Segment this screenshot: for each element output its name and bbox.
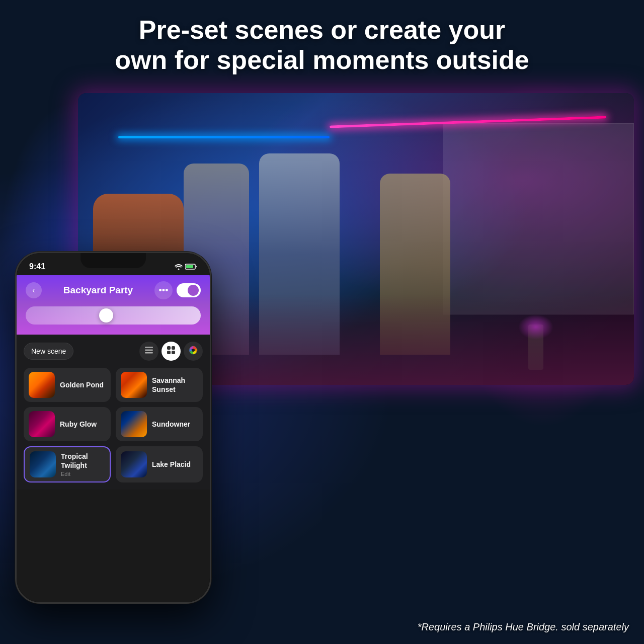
phone-screen: 9:41: [17, 253, 210, 602]
headline: Pre-set scenes or create your own for sp…: [0, 15, 644, 75]
svg-rect-8: [167, 351, 171, 354]
scene-label-wrap-tropical-twilight: Tropical TwilightEdit: [61, 452, 105, 477]
header-nav: ‹ Backyard Party •••: [26, 281, 201, 299]
scene-item-tropical-twilight[interactable]: Tropical TwilightEdit: [24, 446, 111, 482]
svg-rect-3: [145, 347, 153, 348]
svg-rect-7: [172, 346, 175, 350]
list-view-button[interactable]: [139, 342, 158, 361]
header-title: Backyard Party: [42, 285, 154, 296]
palette-view-button[interactable]: [162, 342, 181, 361]
scene-name-tropical-twilight: Tropical Twilight: [61, 452, 88, 469]
scene-name-lake-placid: Lake Placid: [152, 460, 191, 468]
svg-rect-4: [145, 350, 153, 351]
house-structure: [443, 123, 634, 314]
svg-point-0: [178, 268, 180, 270]
svg-rect-6: [167, 346, 171, 350]
phone-notch: [80, 253, 146, 268]
scene-label-wrap-lake-placid: Lake Placid: [152, 460, 191, 469]
svg-rect-2: [186, 265, 193, 268]
back-icon: ‹: [32, 286, 35, 295]
color-wheel-icon: [189, 346, 198, 357]
scene-thumb-golden-pond: [29, 372, 55, 398]
list-icon: [145, 347, 153, 356]
scene-list-area: New scene: [17, 335, 210, 490]
disclaimer-text: *Requires a Philips Hue Bridge. sold sep…: [418, 621, 629, 632]
svg-rect-5: [145, 352, 153, 354]
scene-label-wrap-sundowner: Sundowner: [152, 420, 190, 429]
color-wheel-button[interactable]: [184, 342, 203, 361]
scene-item-sundowner[interactable]: Sundowner: [116, 407, 203, 441]
scene-label-wrap-golden-pond: Golden Pond: [60, 380, 104, 389]
scene-thumb-ruby-glow: [29, 411, 55, 437]
scene-sublabel-tropical-twilight: Edit: [61, 471, 105, 477]
scene-label-wrap-ruby-glow: Ruby Glow: [60, 420, 97, 429]
scene-item-lake-placid[interactable]: Lake Placid: [116, 446, 203, 482]
brightness-knob: [99, 308, 113, 323]
phone: 9:41: [15, 252, 211, 604]
app-header: ‹ Backyard Party •••: [17, 275, 210, 335]
svg-point-12: [192, 349, 195, 352]
battery-icon: [185, 263, 197, 271]
scene-grid: Golden PondSavannah SunsetRuby GlowSundo…: [24, 368, 203, 482]
scene-name-golden-pond: Golden Pond: [60, 381, 104, 389]
scene-name-ruby-glow: Ruby Glow: [60, 420, 97, 428]
scene-item-ruby-glow[interactable]: Ruby Glow: [24, 407, 111, 441]
brightness-slider[interactable]: [26, 306, 201, 325]
wifi-icon: [175, 263, 183, 271]
scene-thumb-lake-placid: [121, 451, 147, 477]
status-icons: [175, 263, 197, 271]
header-actions: •••: [154, 281, 201, 299]
scene-label-wrap-savannah-sunset: Savannah Sunset: [152, 376, 198, 394]
scene-thumb-savannah-sunset: [121, 372, 147, 398]
scene-name-sundowner: Sundowner: [152, 420, 190, 428]
light-strip-blue: [118, 136, 330, 138]
more-icon: •••: [159, 285, 169, 296]
scene-thumb-sundowner: [121, 411, 147, 437]
palette-icon: [167, 346, 175, 356]
scene-thumb-tropical-twilight: [30, 451, 56, 477]
status-time: 9:41: [29, 262, 45, 271]
scene-toolbar: New scene: [24, 342, 203, 361]
svg-rect-9: [172, 351, 175, 354]
new-scene-button[interactable]: New scene: [24, 343, 73, 360]
power-toggle[interactable]: [177, 283, 201, 297]
back-button[interactable]: ‹: [26, 282, 42, 298]
view-icons: [139, 342, 203, 361]
phone-shell: 9:41: [15, 252, 211, 604]
more-button[interactable]: •••: [154, 281, 173, 299]
headline-line2: own for special moments outside: [115, 45, 529, 74]
toggle-knob: [188, 285, 199, 296]
scene-item-golden-pond[interactable]: Golden Pond: [24, 368, 111, 402]
headline-line1: Pre-set scenes or create your: [139, 15, 505, 44]
scene-item-savannah-sunset[interactable]: Savannah Sunset: [116, 368, 203, 402]
scene-name-savannah-sunset: Savannah Sunset: [152, 376, 185, 393]
disclaimer: *Requires a Philips Hue Bridge. sold sep…: [418, 621, 629, 633]
